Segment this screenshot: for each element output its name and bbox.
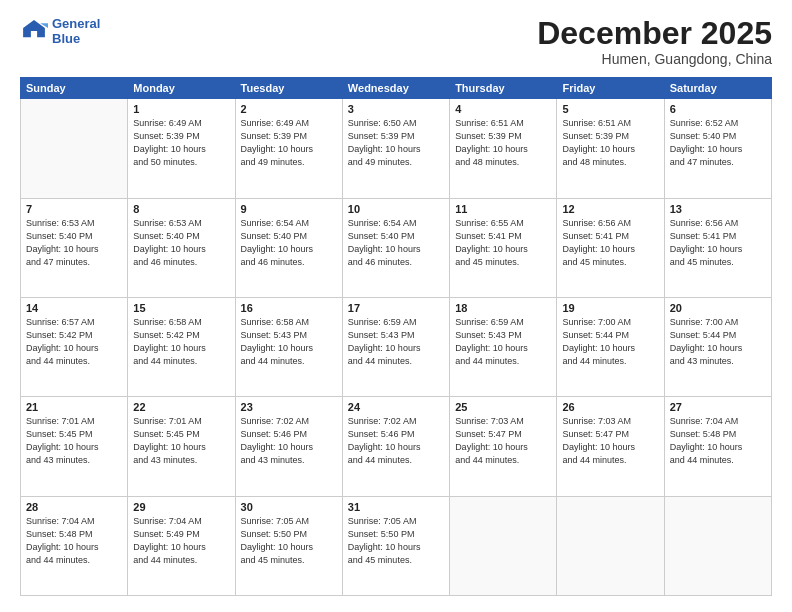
day-detail: Sunrise: 7:03 AM Sunset: 5:47 PM Dayligh… — [562, 415, 658, 467]
day-detail: Sunrise: 6:59 AM Sunset: 5:43 PM Dayligh… — [348, 316, 444, 368]
table-row — [450, 496, 557, 595]
calendar-week-0: 1Sunrise: 6:49 AM Sunset: 5:39 PM Daylig… — [21, 99, 772, 198]
day-number: 30 — [241, 501, 337, 513]
day-number: 9 — [241, 203, 337, 215]
day-number: 8 — [133, 203, 229, 215]
day-number: 15 — [133, 302, 229, 314]
col-friday: Friday — [557, 78, 664, 99]
title-block: December 2025 Humen, Guangdong, China — [537, 16, 772, 67]
day-number: 19 — [562, 302, 658, 314]
table-row — [664, 496, 771, 595]
day-number: 12 — [562, 203, 658, 215]
day-detail: Sunrise: 7:05 AM Sunset: 5:50 PM Dayligh… — [348, 515, 444, 567]
table-row: 24Sunrise: 7:02 AM Sunset: 5:46 PM Dayli… — [342, 397, 449, 496]
page: General Blue December 2025 Humen, Guangd… — [0, 0, 792, 612]
day-detail: Sunrise: 7:03 AM Sunset: 5:47 PM Dayligh… — [455, 415, 551, 467]
day-detail: Sunrise: 6:49 AM Sunset: 5:39 PM Dayligh… — [241, 117, 337, 169]
day-number: 1 — [133, 103, 229, 115]
day-detail: Sunrise: 6:56 AM Sunset: 5:41 PM Dayligh… — [562, 217, 658, 269]
table-row: 12Sunrise: 6:56 AM Sunset: 5:41 PM Dayli… — [557, 198, 664, 297]
table-row: 14Sunrise: 6:57 AM Sunset: 5:42 PM Dayli… — [21, 297, 128, 396]
table-row: 9Sunrise: 6:54 AM Sunset: 5:40 PM Daylig… — [235, 198, 342, 297]
day-number: 11 — [455, 203, 551, 215]
table-row: 22Sunrise: 7:01 AM Sunset: 5:45 PM Dayli… — [128, 397, 235, 496]
table-row: 21Sunrise: 7:01 AM Sunset: 5:45 PM Dayli… — [21, 397, 128, 496]
logo: General Blue — [20, 16, 100, 46]
day-number: 14 — [26, 302, 122, 314]
day-detail: Sunrise: 7:02 AM Sunset: 5:46 PM Dayligh… — [348, 415, 444, 467]
day-number: 23 — [241, 401, 337, 413]
col-thursday: Thursday — [450, 78, 557, 99]
day-detail: Sunrise: 6:58 AM Sunset: 5:43 PM Dayligh… — [241, 316, 337, 368]
table-row — [557, 496, 664, 595]
day-detail: Sunrise: 7:00 AM Sunset: 5:44 PM Dayligh… — [562, 316, 658, 368]
table-row: 13Sunrise: 6:56 AM Sunset: 5:41 PM Dayli… — [664, 198, 771, 297]
day-number: 17 — [348, 302, 444, 314]
day-detail: Sunrise: 7:04 AM Sunset: 5:48 PM Dayligh… — [26, 515, 122, 567]
table-row: 10Sunrise: 6:54 AM Sunset: 5:40 PM Dayli… — [342, 198, 449, 297]
day-number: 22 — [133, 401, 229, 413]
day-number: 24 — [348, 401, 444, 413]
day-number: 29 — [133, 501, 229, 513]
table-row: 20Sunrise: 7:00 AM Sunset: 5:44 PM Dayli… — [664, 297, 771, 396]
table-row — [21, 99, 128, 198]
table-row: 18Sunrise: 6:59 AM Sunset: 5:43 PM Dayli… — [450, 297, 557, 396]
day-detail: Sunrise: 6:52 AM Sunset: 5:40 PM Dayligh… — [670, 117, 766, 169]
table-row: 2Sunrise: 6:49 AM Sunset: 5:39 PM Daylig… — [235, 99, 342, 198]
table-row: 27Sunrise: 7:04 AM Sunset: 5:48 PM Dayli… — [664, 397, 771, 496]
day-detail: Sunrise: 6:50 AM Sunset: 5:39 PM Dayligh… — [348, 117, 444, 169]
day-number: 26 — [562, 401, 658, 413]
table-row: 31Sunrise: 7:05 AM Sunset: 5:50 PM Dayli… — [342, 496, 449, 595]
col-saturday: Saturday — [664, 78, 771, 99]
table-row: 11Sunrise: 6:55 AM Sunset: 5:41 PM Dayli… — [450, 198, 557, 297]
col-monday: Monday — [128, 78, 235, 99]
day-number: 16 — [241, 302, 337, 314]
table-row: 3Sunrise: 6:50 AM Sunset: 5:39 PM Daylig… — [342, 99, 449, 198]
day-number: 21 — [26, 401, 122, 413]
col-sunday: Sunday — [21, 78, 128, 99]
day-number: 6 — [670, 103, 766, 115]
day-detail: Sunrise: 7:04 AM Sunset: 5:48 PM Dayligh… — [670, 415, 766, 467]
table-row: 30Sunrise: 7:05 AM Sunset: 5:50 PM Dayli… — [235, 496, 342, 595]
table-row: 19Sunrise: 7:00 AM Sunset: 5:44 PM Dayli… — [557, 297, 664, 396]
header: General Blue December 2025 Humen, Guangd… — [20, 16, 772, 67]
logo-text: General Blue — [52, 16, 100, 46]
day-detail: Sunrise: 6:49 AM Sunset: 5:39 PM Dayligh… — [133, 117, 229, 169]
day-detail: Sunrise: 7:01 AM Sunset: 5:45 PM Dayligh… — [133, 415, 229, 467]
table-row: 16Sunrise: 6:58 AM Sunset: 5:43 PM Dayli… — [235, 297, 342, 396]
table-row: 17Sunrise: 6:59 AM Sunset: 5:43 PM Dayli… — [342, 297, 449, 396]
table-row: 1Sunrise: 6:49 AM Sunset: 5:39 PM Daylig… — [128, 99, 235, 198]
table-row: 23Sunrise: 7:02 AM Sunset: 5:46 PM Dayli… — [235, 397, 342, 496]
day-detail: Sunrise: 6:53 AM Sunset: 5:40 PM Dayligh… — [133, 217, 229, 269]
day-number: 18 — [455, 302, 551, 314]
day-detail: Sunrise: 6:51 AM Sunset: 5:39 PM Dayligh… — [562, 117, 658, 169]
table-row: 25Sunrise: 7:03 AM Sunset: 5:47 PM Dayli… — [450, 397, 557, 496]
day-detail: Sunrise: 6:57 AM Sunset: 5:42 PM Dayligh… — [26, 316, 122, 368]
day-detail: Sunrise: 7:02 AM Sunset: 5:46 PM Dayligh… — [241, 415, 337, 467]
calendar: Sunday Monday Tuesday Wednesday Thursday… — [20, 77, 772, 596]
day-detail: Sunrise: 6:59 AM Sunset: 5:43 PM Dayligh… — [455, 316, 551, 368]
month-title: December 2025 — [537, 16, 772, 51]
day-detail: Sunrise: 7:01 AM Sunset: 5:45 PM Dayligh… — [26, 415, 122, 467]
day-detail: Sunrise: 6:51 AM Sunset: 5:39 PM Dayligh… — [455, 117, 551, 169]
calendar-week-3: 21Sunrise: 7:01 AM Sunset: 5:45 PM Dayli… — [21, 397, 772, 496]
day-detail: Sunrise: 7:00 AM Sunset: 5:44 PM Dayligh… — [670, 316, 766, 368]
day-detail: Sunrise: 7:04 AM Sunset: 5:49 PM Dayligh… — [133, 515, 229, 567]
day-number: 25 — [455, 401, 551, 413]
table-row: 5Sunrise: 6:51 AM Sunset: 5:39 PM Daylig… — [557, 99, 664, 198]
calendar-week-2: 14Sunrise: 6:57 AM Sunset: 5:42 PM Dayli… — [21, 297, 772, 396]
table-row: 8Sunrise: 6:53 AM Sunset: 5:40 PM Daylig… — [128, 198, 235, 297]
col-tuesday: Tuesday — [235, 78, 342, 99]
table-row: 15Sunrise: 6:58 AM Sunset: 5:42 PM Dayli… — [128, 297, 235, 396]
calendar-week-1: 7Sunrise: 6:53 AM Sunset: 5:40 PM Daylig… — [21, 198, 772, 297]
subtitle: Humen, Guangdong, China — [537, 51, 772, 67]
day-detail: Sunrise: 6:55 AM Sunset: 5:41 PM Dayligh… — [455, 217, 551, 269]
day-number: 10 — [348, 203, 444, 215]
day-number: 5 — [562, 103, 658, 115]
day-number: 28 — [26, 501, 122, 513]
day-number: 4 — [455, 103, 551, 115]
table-row: 26Sunrise: 7:03 AM Sunset: 5:47 PM Dayli… — [557, 397, 664, 496]
day-detail: Sunrise: 6:53 AM Sunset: 5:40 PM Dayligh… — [26, 217, 122, 269]
day-number: 2 — [241, 103, 337, 115]
table-row: 28Sunrise: 7:04 AM Sunset: 5:48 PM Dayli… — [21, 496, 128, 595]
